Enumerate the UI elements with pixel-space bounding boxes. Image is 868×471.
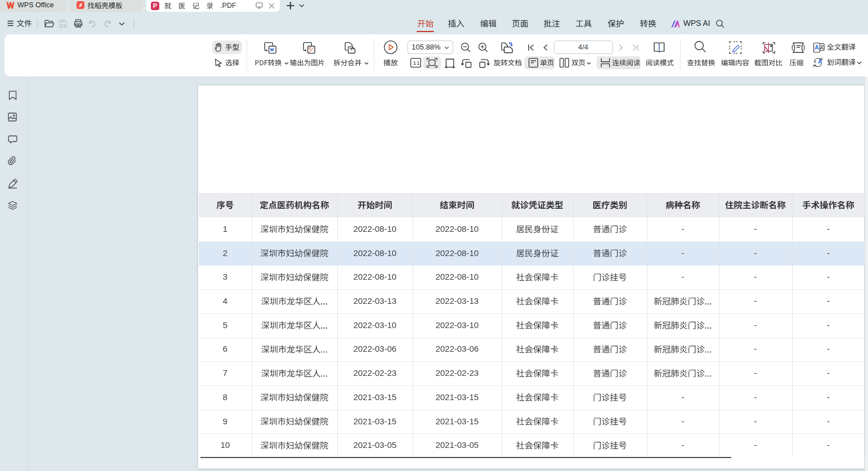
svg-text:A: A <box>818 59 822 65</box>
svg-text:A: A <box>815 44 819 51</box>
svg-text:1: 1 <box>417 60 419 66</box>
svg-text:x: x <box>814 59 816 64</box>
